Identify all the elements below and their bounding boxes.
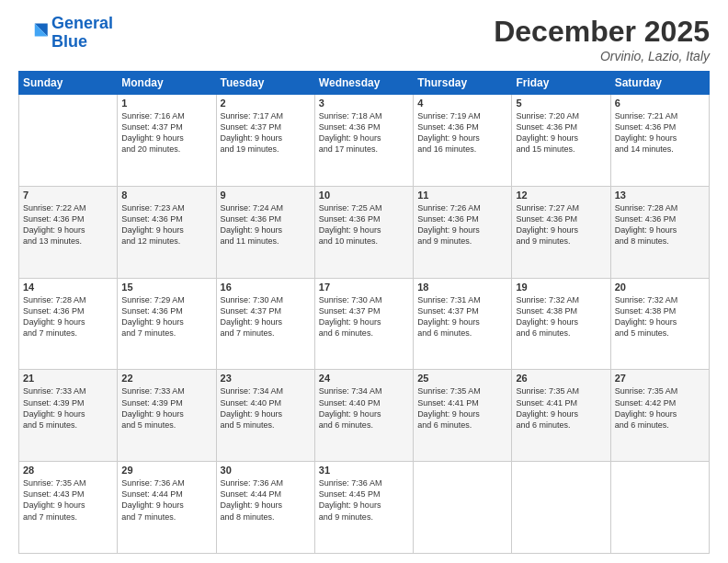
cell-info: Sunrise: 7:23 AM Sunset: 4:36 PM Dayligh… bbox=[121, 202, 211, 247]
day-number: 6 bbox=[615, 98, 705, 109]
cell-info: Sunrise: 7:35 AM Sunset: 4:43 PM Dayligh… bbox=[23, 477, 113, 523]
day-number: 25 bbox=[417, 373, 507, 384]
location: Orvinio, Lazio, Italy bbox=[494, 49, 710, 63]
day-number: 11 bbox=[417, 190, 507, 201]
calendar-cell: 15Sunrise: 7:29 AM Sunset: 4:36 PM Dayli… bbox=[118, 278, 216, 370]
day-number: 28 bbox=[23, 465, 113, 476]
cell-info: Sunrise: 7:36 AM Sunset: 4:45 PM Dayligh… bbox=[319, 477, 409, 523]
calendar-cell: 28Sunrise: 7:35 AM Sunset: 4:43 PM Dayli… bbox=[19, 462, 118, 554]
cell-info: Sunrise: 7:20 AM Sunset: 4:36 PM Dayligh… bbox=[516, 110, 606, 155]
calendar-cell: 6Sunrise: 7:21 AM Sunset: 4:36 PM Daylig… bbox=[610, 95, 709, 187]
calendar-cell: 22Sunrise: 7:33 AM Sunset: 4:39 PM Dayli… bbox=[118, 370, 216, 462]
day-number: 13 bbox=[615, 190, 705, 201]
day-number: 15 bbox=[121, 282, 211, 293]
calendar-week-row: 21Sunrise: 7:33 AM Sunset: 4:39 PM Dayli… bbox=[19, 370, 710, 462]
calendar-cell: 1Sunrise: 7:16 AM Sunset: 4:37 PM Daylig… bbox=[118, 95, 216, 187]
cell-info: Sunrise: 7:33 AM Sunset: 4:39 PM Dayligh… bbox=[121, 385, 211, 431]
cell-info: Sunrise: 7:29 AM Sunset: 4:36 PM Dayligh… bbox=[121, 294, 211, 339]
cell-info: Sunrise: 7:19 AM Sunset: 4:36 PM Dayligh… bbox=[417, 110, 507, 155]
calendar-header-row: SundayMondayTuesdayWednesdayThursdayFrid… bbox=[19, 72, 710, 95]
column-header-tuesday: Tuesday bbox=[216, 72, 314, 95]
cell-info: Sunrise: 7:16 AM Sunset: 4:37 PM Dayligh… bbox=[121, 110, 211, 155]
calendar-cell bbox=[414, 462, 512, 554]
calendar-cell: 14Sunrise: 7:28 AM Sunset: 4:36 PM Dayli… bbox=[19, 278, 118, 370]
column-header-sunday: Sunday bbox=[19, 72, 118, 95]
column-header-wednesday: Wednesday bbox=[314, 72, 413, 95]
cell-info: Sunrise: 7:32 AM Sunset: 4:38 PM Dayligh… bbox=[516, 294, 606, 339]
day-number: 16 bbox=[221, 282, 311, 293]
calendar-cell: 25Sunrise: 7:35 AM Sunset: 4:41 PM Dayli… bbox=[414, 370, 512, 462]
cell-info: Sunrise: 7:30 AM Sunset: 4:37 PM Dayligh… bbox=[221, 294, 311, 339]
cell-info: Sunrise: 7:30 AM Sunset: 4:37 PM Dayligh… bbox=[319, 294, 409, 339]
calendar-cell: 10Sunrise: 7:25 AM Sunset: 4:36 PM Dayli… bbox=[314, 186, 413, 278]
calendar-cell: 30Sunrise: 7:36 AM Sunset: 4:44 PM Dayli… bbox=[216, 462, 314, 554]
calendar-cell: 5Sunrise: 7:20 AM Sunset: 4:36 PM Daylig… bbox=[512, 95, 610, 187]
month-title: December 2025 bbox=[494, 15, 710, 49]
calendar-cell: 27Sunrise: 7:35 AM Sunset: 4:42 PM Dayli… bbox=[610, 370, 709, 462]
cell-info: Sunrise: 7:35 AM Sunset: 4:41 PM Dayligh… bbox=[417, 385, 507, 431]
column-header-thursday: Thursday bbox=[414, 72, 512, 95]
day-number: 29 bbox=[121, 465, 211, 476]
cell-info: Sunrise: 7:27 AM Sunset: 4:36 PM Dayligh… bbox=[516, 202, 606, 247]
day-number: 3 bbox=[319, 98, 409, 109]
day-number: 26 bbox=[516, 373, 606, 384]
page: General Blue December 2025 Orvinio, Lazi… bbox=[0, 0, 728, 563]
day-number: 22 bbox=[121, 373, 211, 384]
calendar-week-row: 14Sunrise: 7:28 AM Sunset: 4:36 PM Dayli… bbox=[19, 278, 710, 370]
day-number: 18 bbox=[417, 282, 507, 293]
cell-info: Sunrise: 7:35 AM Sunset: 4:41 PM Dayligh… bbox=[516, 385, 606, 431]
day-number: 30 bbox=[221, 465, 311, 476]
calendar-cell: 11Sunrise: 7:26 AM Sunset: 4:36 PM Dayli… bbox=[414, 186, 512, 278]
calendar-week-row: 1Sunrise: 7:16 AM Sunset: 4:37 PM Daylig… bbox=[19, 95, 710, 187]
logo: General Blue bbox=[18, 15, 113, 52]
calendar-cell: 4Sunrise: 7:19 AM Sunset: 4:36 PM Daylig… bbox=[414, 95, 512, 187]
day-number: 10 bbox=[319, 190, 409, 201]
calendar-cell: 12Sunrise: 7:27 AM Sunset: 4:36 PM Dayli… bbox=[512, 186, 610, 278]
column-header-friday: Friday bbox=[512, 72, 610, 95]
cell-info: Sunrise: 7:24 AM Sunset: 4:36 PM Dayligh… bbox=[221, 202, 311, 247]
day-number: 14 bbox=[23, 282, 113, 293]
column-header-monday: Monday bbox=[118, 72, 216, 95]
calendar-cell: 9Sunrise: 7:24 AM Sunset: 4:36 PM Daylig… bbox=[216, 186, 314, 278]
cell-info: Sunrise: 7:32 AM Sunset: 4:38 PM Dayligh… bbox=[615, 294, 705, 339]
day-number: 21 bbox=[23, 373, 113, 384]
day-number: 19 bbox=[516, 282, 606, 293]
cell-info: Sunrise: 7:25 AM Sunset: 4:36 PM Dayligh… bbox=[319, 202, 409, 247]
day-number: 4 bbox=[417, 98, 507, 109]
calendar-cell: 19Sunrise: 7:32 AM Sunset: 4:38 PM Dayli… bbox=[512, 278, 610, 370]
calendar-cell bbox=[610, 462, 709, 554]
calendar-cell: 7Sunrise: 7:22 AM Sunset: 4:36 PM Daylig… bbox=[19, 186, 118, 278]
cell-info: Sunrise: 7:33 AM Sunset: 4:39 PM Dayligh… bbox=[23, 385, 113, 431]
calendar-cell bbox=[19, 95, 118, 187]
calendar-cell: 24Sunrise: 7:34 AM Sunset: 4:40 PM Dayli… bbox=[314, 370, 413, 462]
day-number: 2 bbox=[221, 98, 311, 109]
cell-info: Sunrise: 7:21 AM Sunset: 4:36 PM Dayligh… bbox=[615, 110, 705, 155]
day-number: 17 bbox=[319, 282, 409, 293]
calendar-cell: 8Sunrise: 7:23 AM Sunset: 4:36 PM Daylig… bbox=[118, 186, 216, 278]
logo-general: General bbox=[51, 14, 113, 32]
cell-info: Sunrise: 7:34 AM Sunset: 4:40 PM Dayligh… bbox=[319, 385, 409, 431]
calendar-table: SundayMondayTuesdayWednesdayThursdayFrid… bbox=[18, 71, 710, 554]
day-number: 5 bbox=[516, 98, 606, 109]
cell-info: Sunrise: 7:36 AM Sunset: 4:44 PM Dayligh… bbox=[121, 477, 211, 523]
day-number: 7 bbox=[23, 190, 113, 201]
cell-info: Sunrise: 7:18 AM Sunset: 4:36 PM Dayligh… bbox=[319, 110, 409, 155]
day-number: 12 bbox=[516, 190, 606, 201]
calendar-cell: 13Sunrise: 7:28 AM Sunset: 4:36 PM Dayli… bbox=[610, 186, 709, 278]
calendar-cell: 16Sunrise: 7:30 AM Sunset: 4:37 PM Dayli… bbox=[216, 278, 314, 370]
day-number: 20 bbox=[615, 282, 705, 293]
day-number: 27 bbox=[615, 373, 705, 384]
day-number: 31 bbox=[319, 465, 409, 476]
title-block: December 2025 Orvinio, Lazio, Italy bbox=[494, 15, 710, 63]
cell-info: Sunrise: 7:17 AM Sunset: 4:37 PM Dayligh… bbox=[221, 110, 311, 155]
calendar-week-row: 28Sunrise: 7:35 AM Sunset: 4:43 PM Dayli… bbox=[19, 462, 710, 554]
calendar-cell: 29Sunrise: 7:36 AM Sunset: 4:44 PM Dayli… bbox=[118, 462, 216, 554]
calendar-cell: 3Sunrise: 7:18 AM Sunset: 4:36 PM Daylig… bbox=[314, 95, 413, 187]
calendar-week-row: 7Sunrise: 7:22 AM Sunset: 4:36 PM Daylig… bbox=[19, 186, 710, 278]
calendar-cell: 17Sunrise: 7:30 AM Sunset: 4:37 PM Dayli… bbox=[314, 278, 413, 370]
logo-blue: Blue bbox=[51, 32, 87, 51]
calendar-cell: 20Sunrise: 7:32 AM Sunset: 4:38 PM Dayli… bbox=[610, 278, 709, 370]
day-number: 24 bbox=[319, 373, 409, 384]
calendar-cell: 18Sunrise: 7:31 AM Sunset: 4:37 PM Dayli… bbox=[414, 278, 512, 370]
calendar-cell: 23Sunrise: 7:34 AM Sunset: 4:40 PM Dayli… bbox=[216, 370, 314, 462]
